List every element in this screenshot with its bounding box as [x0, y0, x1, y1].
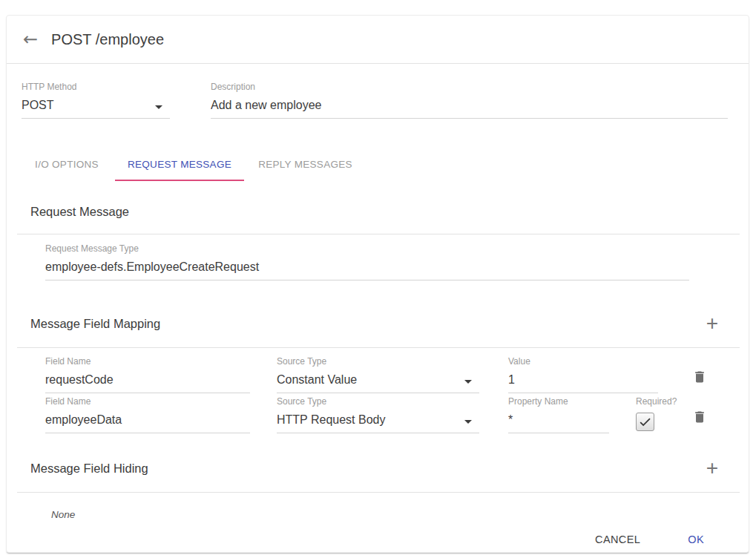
tab-reply-messages[interactable]: REPLY MESSAGES: [244, 148, 367, 181]
property-name-label: Property Name: [508, 396, 609, 407]
required-checkbox[interactable]: [636, 413, 654, 431]
add-mapping-button[interactable]: +: [704, 315, 720, 332]
trash-icon: [692, 409, 707, 425]
cancel-button[interactable]: CANCEL: [589, 526, 646, 553]
checkmark-icon: [638, 415, 652, 429]
field-name-field[interactable]: Field Name employeeData: [45, 396, 250, 433]
dialog-actions: CANCEL OK: [7, 526, 749, 553]
request-message-type-input[interactable]: employee-defs.EmployeeCreateRequest: [45, 259, 689, 280]
back-arrow-icon[interactable]: ←: [23, 30, 38, 48]
dropdown-arrow-icon: [464, 380, 472, 384]
request-message-heading: Request Message: [7, 205, 749, 219]
http-method-select[interactable]: HTTP Method POST: [22, 82, 170, 119]
source-type-label: Source Type: [277, 396, 479, 407]
field-name-label: Field Name: [45, 356, 250, 367]
dropdown-arrow-icon: [155, 105, 162, 109]
http-method-label: HTTP Method: [22, 82, 170, 92]
dropdown-arrow-icon: [464, 420, 472, 424]
field-hiding-empty-text: None: [7, 509, 749, 520]
required-label: Required?: [636, 396, 688, 407]
source-type-select[interactable]: Source Type HTTP Request Body: [277, 396, 479, 433]
endpoint-editor-card: ← POST /employee HTTP Method POST Descri…: [6, 15, 749, 553]
http-method-value[interactable]: POST: [22, 97, 170, 119]
required-group: Required?: [636, 396, 688, 431]
mapping-row-1: Field Name requestCode Source Type Const…: [7, 348, 749, 388]
request-message-type-label: Request Message Type: [45, 243, 689, 254]
field-name-input[interactable]: employeeData: [45, 412, 250, 433]
field-mapping-header-row: Message Field Mapping +: [7, 315, 749, 332]
tab-bar: I/O OPTIONS REQUEST MESSAGE REPLY MESSAG…: [7, 148, 749, 181]
source-type-label: Source Type: [277, 356, 479, 367]
description-field[interactable]: Description Add a new employee: [211, 82, 728, 119]
divider: [17, 492, 740, 493]
value-label: Value: [508, 356, 658, 367]
description-input[interactable]: Add a new employee: [211, 97, 728, 119]
divider: [17, 234, 740, 234]
source-type-value[interactable]: HTTP Request Body: [277, 412, 479, 433]
delete-row-button[interactable]: [691, 409, 708, 427]
field-hiding-header-row: Message Field Hiding +: [7, 459, 749, 477]
tab-request-message[interactable]: REQUEST MESSAGE: [115, 148, 244, 181]
card-header: ← POST /employee: [7, 16, 749, 64]
field-hiding-heading: Message Field Hiding: [30, 462, 148, 476]
page-title: POST /employee: [51, 31, 164, 48]
description-label: Description: [211, 82, 728, 92]
trash-icon: [692, 369, 707, 385]
tab-io-options[interactable]: I/O OPTIONS: [19, 148, 115, 181]
field-name-label: Field Name: [45, 396, 250, 407]
delete-row-button[interactable]: [691, 369, 708, 387]
property-name-field[interactable]: Property Name *: [508, 396, 609, 433]
ok-button[interactable]: OK: [682, 526, 710, 553]
method-description-row: HTTP Method POST Description Add a new e…: [7, 64, 749, 119]
add-hiding-button[interactable]: +: [704, 459, 720, 477]
mapping-row-2: Field Name employeeData Source Type HTTP…: [7, 388, 749, 428]
request-message-type-field[interactable]: Request Message Type employee-defs.Emplo…: [45, 243, 689, 280]
field-mapping-heading: Message Field Mapping: [30, 317, 160, 331]
property-name-input[interactable]: *: [508, 412, 609, 433]
